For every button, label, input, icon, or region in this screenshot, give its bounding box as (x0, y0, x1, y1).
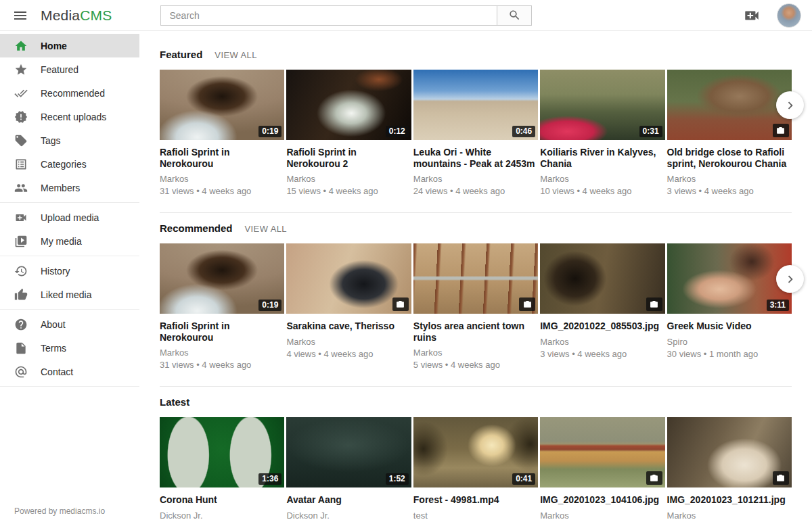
user-avatar[interactable] (777, 3, 801, 28)
media-thumbnail[interactable]: 1:36 (160, 417, 284, 487)
media-title[interactable]: IMG_20201023_101211.jpg (667, 494, 792, 506)
media-author[interactable]: Markos (160, 174, 284, 184)
duration-badge: 0:31 (639, 126, 662, 137)
media-title[interactable]: Koiliaris River in Kalyves, Chania (540, 147, 664, 169)
upload-media-icon[interactable] (743, 7, 761, 24)
media-author[interactable]: Markos (540, 510, 664, 521)
help-icon (14, 318, 28, 331)
media-card[interactable]: Stylos area ancient town ruins Markos 5 … (413, 243, 538, 370)
media-thumbnail[interactable]: 3:11 (667, 243, 792, 314)
media-card[interactable]: 0:41 Forest - 49981.mp4 test 17 views • … (413, 417, 538, 524)
media-card[interactable]: 0:12 Rafioli Sprint in Nerokourou 2 Mark… (286, 70, 411, 196)
sidebar-item-categories[interactable]: Categories (0, 152, 139, 176)
media-author[interactable]: Markos (286, 174, 411, 184)
media-author[interactable]: Markos (667, 510, 792, 521)
media-title[interactable]: Rafioli Sprint in Nerokourou (160, 320, 284, 343)
media-thumbnail[interactable] (667, 70, 792, 140)
sidebar-item-my-media[interactable]: My media (0, 229, 139, 253)
media-title[interactable]: IMG_20201023_104106.jpg (540, 494, 664, 506)
hamburger-menu-icon[interactable] (12, 7, 28, 24)
section-recommended: Recommended VIEW ALL 0:19 Rafioli Sprint… (160, 222, 792, 387)
sidebar-item-recent-uploads[interactable]: Recent uploads (0, 105, 139, 128)
sidebar-item-members[interactable]: Members (0, 176, 139, 199)
media-title[interactable]: Avatar Aang (286, 494, 411, 506)
media-thumbnail[interactable]: 0:46 (413, 70, 538, 140)
media-title[interactable]: Rafioli Sprint in Nerokourou 2 (286, 147, 411, 169)
sidebar-item-home[interactable]: Home (0, 34, 139, 57)
media-author[interactable]: Markos (413, 348, 538, 358)
media-author[interactable]: Markos (540, 337, 664, 347)
media-card[interactable]: 1:52 Avatar Aang Dickson Jr. 12 views • … (286, 417, 411, 524)
search-button[interactable] (497, 5, 532, 26)
media-card[interactable]: 0:46 Leuka Ori - White mountains - Peak … (413, 70, 538, 196)
media-title[interactable]: Sarakina cave, Therisso (286, 320, 411, 332)
media-thumbnail[interactable]: 0:19 (160, 70, 284, 140)
media-author[interactable]: Dickson Jr. (286, 510, 411, 521)
scroll-right-button[interactable] (776, 91, 804, 119)
media-author[interactable]: Markos (286, 337, 411, 347)
media-meta: 4 views • 4 weeks ago (286, 349, 411, 359)
sidebar-item-recommended[interactable]: Recommended (0, 81, 139, 105)
media-thumbnail[interactable] (413, 243, 538, 314)
media-card[interactable]: 3:11 Greek Music Video Spiro 30 views • … (667, 243, 792, 370)
history-icon (14, 264, 28, 278)
sidebar-item-liked-media[interactable]: Liked media (0, 283, 139, 306)
media-author[interactable]: Markos (413, 174, 538, 184)
media-title[interactable]: Stylos area ancient town ruins (413, 320, 538, 343)
at-sign-icon (14, 365, 28, 379)
sidebar-item-history[interactable]: History (0, 259, 139, 283)
sidebar-group-user: History Liked media (0, 256, 139, 310)
media-thumbnail[interactable]: 0:12 (286, 70, 411, 140)
media-thumbnail[interactable]: 0:31 (540, 70, 664, 140)
sidebar-label: Tags (41, 135, 61, 146)
new-releases-icon (14, 110, 28, 124)
search-input[interactable] (160, 5, 497, 26)
media-meta: 10 views • 4 weeks ago (540, 186, 664, 196)
media-card[interactable]: 1:36 Corona Hunt Dickson Jr. 6 views • 4… (160, 417, 284, 524)
media-card[interactable]: IMG_20201023_101211.jpg Markos 4 views •… (667, 417, 792, 524)
view-all-link[interactable]: VIEW ALL (215, 50, 256, 60)
media-card[interactable]: Old bridge close to Rafioli sprint, Nero… (667, 70, 792, 196)
sidebar-item-about[interactable]: About (0, 312, 139, 336)
media-title[interactable]: Rafioli Sprint in Nerokourou (160, 147, 284, 169)
media-author[interactable]: Markos (540, 174, 664, 184)
media-title[interactable]: Leuka Ori - White mountains - Peak at 24… (413, 147, 538, 169)
sidebar-item-tags[interactable]: Tags (0, 128, 139, 152)
media-card[interactable]: 0:19 Rafioli Sprint in Nerokourou Markos… (160, 70, 284, 196)
sidebar-item-contact[interactable]: Contact (0, 360, 139, 383)
media-title[interactable]: IMG_20201022_085503.jpg (540, 320, 664, 332)
view-all-link[interactable]: VIEW ALL (245, 224, 287, 234)
media-author[interactable]: Spiro (667, 337, 792, 347)
sidebar-label: Featured (41, 64, 78, 75)
media-meta: 3 views • 4 weeks ago (667, 186, 792, 196)
media-thumbnail[interactable]: 0:41 (413, 417, 538, 487)
double-check-icon (14, 87, 28, 100)
media-card[interactable]: IMG_20201023_104106.jpg Markos 4 views •… (540, 417, 664, 524)
sidebar-item-upload-media[interactable]: Upload media (0, 206, 139, 229)
media-title[interactable]: Corona Hunt (160, 494, 284, 506)
media-thumbnail[interactable] (540, 243, 664, 314)
mediacms-logo[interactable]: MediaCMS (41, 7, 112, 24)
media-card[interactable]: 0:31 Koiliaris River in Kalyves, Chania … (540, 70, 664, 196)
media-thumbnail[interactable]: 0:19 (160, 243, 284, 314)
media-author[interactable]: Markos (160, 348, 284, 358)
scroll-right-button[interactable] (776, 265, 804, 293)
media-thumbnail[interactable]: 1:52 (286, 417, 411, 487)
media-card[interactable]: 0:19 Rafioli Sprint in Nerokourou Markos… (160, 243, 284, 370)
camera-icon (646, 297, 662, 311)
media-author[interactable]: test (413, 510, 538, 521)
media-thumbnail[interactable] (667, 417, 792, 487)
media-author[interactable]: Markos (667, 174, 792, 184)
powered-by-text[interactable]: Powered by mediacms.io (14, 506, 105, 516)
media-title[interactable]: Greek Music Video (667, 320, 792, 332)
sidebar-label: Home (41, 41, 67, 51)
media-author[interactable]: Dickson Jr. (160, 510, 284, 521)
sidebar-item-terms[interactable]: Terms (0, 336, 139, 360)
media-title[interactable]: Forest - 49981.mp4 (413, 494, 538, 506)
media-thumbnail[interactable] (286, 243, 411, 314)
media-title[interactable]: Old bridge close to Rafioli sprint, Nero… (667, 147, 792, 169)
sidebar-item-featured[interactable]: Featured (0, 57, 139, 81)
media-thumbnail[interactable] (540, 417, 664, 487)
media-card[interactable]: IMG_20201022_085503.jpg Markos 3 views •… (540, 243, 664, 370)
media-card[interactable]: Sarakina cave, Therisso Markos 4 views •… (286, 243, 411, 370)
